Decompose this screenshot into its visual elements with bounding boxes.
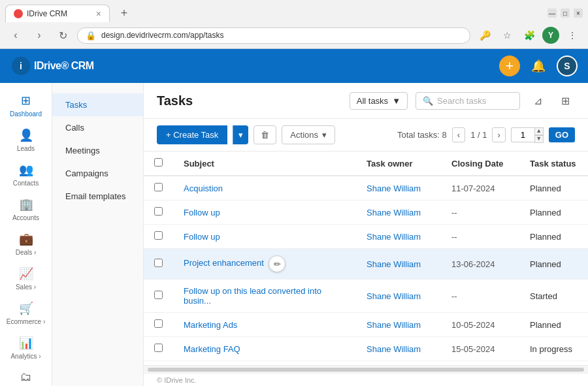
date-column-header: Closing Date — [441, 152, 519, 176]
sidebar-item-dashboard[interactable]: ⊞ Dashboard — [0, 88, 52, 123]
forward-button[interactable]: › — [30, 26, 48, 44]
secondary-sidebar-item-meetings[interactable]: Meetings — [52, 139, 143, 162]
pagination-display: 1 / 1 — [470, 130, 487, 140]
row-checkbox-cell[interactable] — [144, 249, 173, 280]
next-page-button[interactable]: › — [492, 127, 505, 142]
row-checkbox[interactable] — [154, 207, 163, 216]
status-cell: Planned — [519, 201, 587, 225]
sidebar-item-accounts[interactable]: 🏢 Accounts — [0, 192, 52, 227]
task-subject-link[interactable]: Follow up on this lead converted into bu… — [184, 286, 321, 306]
dropdown-arrow-icon: ▼ — [392, 96, 400, 106]
sidebar-item-deals[interactable]: 💼 Deals › — [0, 227, 52, 261]
data-migration-icon: 🗂 — [20, 370, 32, 384]
prev-page-button[interactable]: ‹ — [452, 127, 465, 142]
owner-cell: Shane William — [356, 337, 441, 361]
select-all-header[interactable] — [144, 152, 173, 176]
secondary-sidebar-item-email-templates[interactable]: Email templates — [52, 185, 143, 208]
sidebar-item-data-migration[interactable]: 🗂 Data Migration — [0, 365, 52, 386]
task-subject-link[interactable]: Marketing FAQ — [184, 344, 240, 354]
sidebar-item-ecommerce[interactable]: 🛒 Ecommerce › — [0, 296, 52, 330]
app-logo: i IDrive® CRM — [10, 56, 94, 76]
task-subject-link[interactable]: Project enhancement — [184, 258, 264, 268]
logo-icon: i — [10, 56, 31, 76]
row-checkbox-cell[interactable] — [144, 337, 173, 361]
create-task-dropdown-button[interactable]: ▾ — [233, 125, 248, 144]
table-row: Project enhancement ✏ Shane William 13-0… — [144, 249, 588, 280]
table-row: Marketing Ads Shane William 10-05-2024 P… — [144, 313, 588, 337]
delete-button[interactable]: 🗑 — [253, 125, 276, 144]
browser-tab[interactable]: IDrive CRM × — [5, 5, 110, 22]
page-up-button[interactable]: ▲ — [534, 127, 544, 135]
back-button[interactable]: ‹ — [7, 26, 25, 44]
extensions-icon[interactable]: 🧩 — [520, 26, 538, 44]
row-checkbox[interactable] — [154, 259, 163, 267]
edit-icon[interactable]: ✏ — [269, 255, 286, 272]
subject-cell: Follow up on this lead converted into bu… — [173, 280, 356, 313]
sidebar: ⊞ Dashboard 👤 Leads 👥 Contacts 🏢 Account… — [0, 83, 52, 386]
all-tasks-filter[interactable]: All tasks ▼ — [350, 92, 408, 110]
reload-button[interactable]: ↻ — [54, 26, 72, 44]
header-user-avatar[interactable]: S — [557, 56, 578, 76]
secondary-sidebar-item-calls[interactable]: Calls — [52, 116, 143, 139]
page-down-button[interactable]: ▼ — [534, 135, 544, 143]
owner-cell: Shane William — [356, 280, 441, 313]
task-subject-link[interactable]: Acquistion — [184, 184, 223, 193]
tab-favicon — [14, 9, 23, 18]
filter-icon-button[interactable]: ⊿ — [528, 91, 547, 110]
close-button[interactable]: × — [574, 8, 583, 18]
row-checkbox[interactable] — [154, 319, 163, 328]
table-row: Follow up Shane William -- Planned — [144, 225, 588, 249]
browser-user-avatar[interactable]: Y — [542, 27, 559, 44]
page-number-input[interactable] — [511, 127, 534, 142]
horizontal-scrollbar[interactable] — [144, 365, 588, 373]
header-add-button[interactable]: + — [499, 56, 520, 76]
scrollbar-track[interactable] — [148, 368, 584, 372]
row-checkbox-cell[interactable] — [144, 225, 173, 249]
address-bar[interactable]: 🔒 design.devidrivecrm.com/app/tasks — [77, 27, 470, 44]
sidebar-label-contacts: Contacts — [13, 180, 39, 187]
row-checkbox[interactable] — [154, 183, 163, 191]
go-button[interactable]: GO — [549, 127, 575, 142]
tab-title: IDrive CRM — [27, 9, 92, 18]
row-checkbox-cell[interactable] — [144, 176, 173, 201]
task-subject-link[interactable]: Follow up — [184, 208, 220, 217]
search-bar[interactable]: 🔍 Search tasks — [416, 92, 520, 110]
select-all-checkbox[interactable] — [154, 158, 163, 167]
row-checkbox[interactable] — [154, 344, 163, 352]
secondary-sidebar-item-campaigns[interactable]: Campaigns — [52, 162, 143, 185]
tab-close-icon[interactable]: × — [96, 9, 101, 18]
sidebar-item-analytics[interactable]: 📊 Analytics › — [0, 330, 52, 365]
new-tab-button[interactable]: + — [115, 4, 133, 22]
minimize-button[interactable]: — — [547, 8, 557, 18]
page-title: Tasks — [157, 93, 193, 108]
row-checkbox[interactable] — [154, 231, 163, 240]
row-checkbox[interactable] — [154, 291, 163, 299]
subject-cell: Acquistion — [173, 176, 356, 201]
bookmark-icon[interactable]: ☆ — [498, 26, 516, 44]
ecommerce-icon: 🛒 — [19, 301, 33, 315]
browser-menu-icon[interactable]: ⋮ — [563, 26, 581, 44]
grid-view-icon-button[interactable]: ⊞ — [555, 91, 575, 110]
create-task-button[interactable]: + Create Task — [157, 125, 227, 144]
table-row: Marketing FAQ Shane William 15-05-2024 I… — [144, 337, 588, 361]
maximize-button[interactable]: □ — [561, 8, 570, 18]
sidebar-item-leads[interactable]: 👤 Leads — [0, 123, 52, 157]
row-checkbox-cell[interactable] — [144, 280, 173, 313]
page-stepper-buttons[interactable]: ▲ ▼ — [534, 127, 544, 143]
header-bell-button[interactable]: 🔔 — [528, 56, 549, 76]
task-subject-link[interactable]: Follow up — [184, 232, 220, 242]
row-checkbox-cell[interactable] — [144, 313, 173, 337]
row-checkbox-cell[interactable] — [144, 201, 173, 225]
sidebar-item-contacts[interactable]: 👥 Contacts — [0, 157, 52, 192]
page-stepper[interactable]: ▲ ▼ — [511, 127, 544, 143]
window-controls: — □ × — [547, 8, 583, 18]
table-header-row: Subject Task owner Closing Date Task sta… — [144, 152, 588, 176]
task-subject-link[interactable]: Marketing Ads — [184, 320, 237, 330]
browser-toolbar-icons: 🔑 ☆ 🧩 Y ⋮ — [476, 26, 581, 44]
secondary-sidebar-item-tasks[interactable]: Tasks — [52, 93, 143, 116]
sidebar-item-sales[interactable]: 📈 Sales › — [0, 261, 52, 296]
actions-button[interactable]: Actions ▾ — [282, 125, 335, 144]
toolbar: + Create Task ▾ 🗑 Actions ▾ Total tasks:… — [144, 119, 588, 152]
password-manager-icon[interactable]: 🔑 — [476, 26, 494, 44]
browser-titlebar: IDrive CRM × + — □ × — [0, 0, 588, 22]
